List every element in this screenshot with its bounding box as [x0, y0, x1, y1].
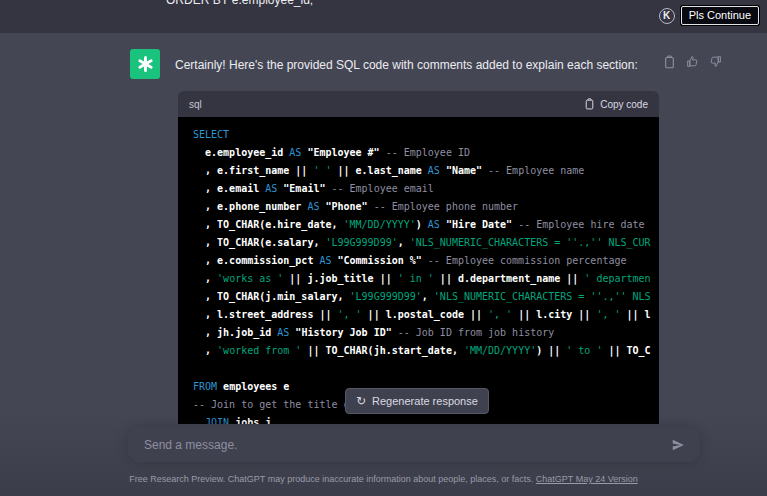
- assistant-message-text: Certainly! Here's the provided SQL code …: [175, 58, 645, 72]
- code-line: , e.commission_pct AS "Commission %" -- …: [193, 252, 659, 270]
- code-line: , TO_CHAR(j.min_salary, 'L99G999D99', 'N…: [193, 288, 659, 306]
- pls-continue-button[interactable]: Pls Continue: [681, 6, 759, 25]
- code-language-label: sql: [189, 99, 202, 110]
- footer-disclaimer: Free Research Preview. ChatGPT may produ…: [0, 474, 767, 484]
- regenerate-label: Regenerate response: [372, 395, 478, 407]
- code-line: SELECT: [193, 126, 659, 144]
- code-line: , e.phone_number AS "Phone" -- Employee …: [193, 198, 659, 216]
- continue-overlay: K Pls Continue: [659, 6, 759, 25]
- copy-code-button[interactable]: Copy code: [584, 98, 648, 110]
- message-actions: [663, 55, 722, 69]
- code-line: , e.first_name || ' ' || e.last_name AS …: [193, 162, 659, 180]
- thumbs-down-icon[interactable]: [709, 55, 722, 69]
- code-line: , e.email AS "Email" -- Employee email: [193, 180, 659, 198]
- copy-icon[interactable]: [663, 55, 676, 69]
- code-block-header: sql Copy code: [178, 91, 659, 117]
- code-line: , 'works as ' || j.job_title || ' in ' |…: [193, 270, 659, 288]
- user-message-row: ORDER BY e.employee_id;: [0, 0, 767, 33]
- code-line: JOIN jobs j: [193, 414, 659, 424]
- code-line: [193, 360, 659, 378]
- clipboard-icon: [584, 98, 595, 110]
- regenerate-icon: ↻: [356, 394, 366, 408]
- code-line: , TO_CHAR(e.salary, 'L99G999D99', 'NLS_N…: [193, 234, 659, 252]
- user-avatar: K: [659, 8, 675, 24]
- copy-code-label: Copy code: [600, 99, 648, 110]
- code-line: , l.street_address || ', ' || l.postal_c…: [193, 306, 659, 324]
- footer-text: Free Research Preview. ChatGPT may produ…: [129, 474, 536, 484]
- chatgpt-window: ORDER BY e.employee_id; K Pls Continue C…: [0, 0, 767, 496]
- code-line: , jh.job_id AS "History Job ID" -- Job I…: [193, 324, 659, 342]
- message-input[interactable]: [144, 438, 668, 452]
- code-line: , TO_CHAR(e.hire_date, 'MM/DD/YYYY') AS …: [193, 216, 659, 234]
- code-block: sql Copy code SELECT e.employee_id AS "E…: [178, 91, 659, 424]
- chatgpt-avatar: [130, 49, 160, 79]
- send-icon[interactable]: [668, 435, 688, 455]
- code-body: SELECT e.employee_id AS "Employee #" -- …: [178, 117, 659, 424]
- message-composer: [128, 427, 700, 462]
- footer-version-link[interactable]: ChatGPT May 24 Version: [536, 474, 638, 484]
- code-line: e.employee_id AS "Employee #" -- Employe…: [193, 144, 659, 162]
- user-message-tail: ORDER BY e.employee_id;: [166, 0, 313, 7]
- regenerate-response-button[interactable]: ↻ Regenerate response: [345, 388, 489, 414]
- code-line: , 'worked from ' || TO_CHAR(jh.start_dat…: [193, 342, 659, 360]
- thumbs-up-icon[interactable]: [686, 55, 699, 69]
